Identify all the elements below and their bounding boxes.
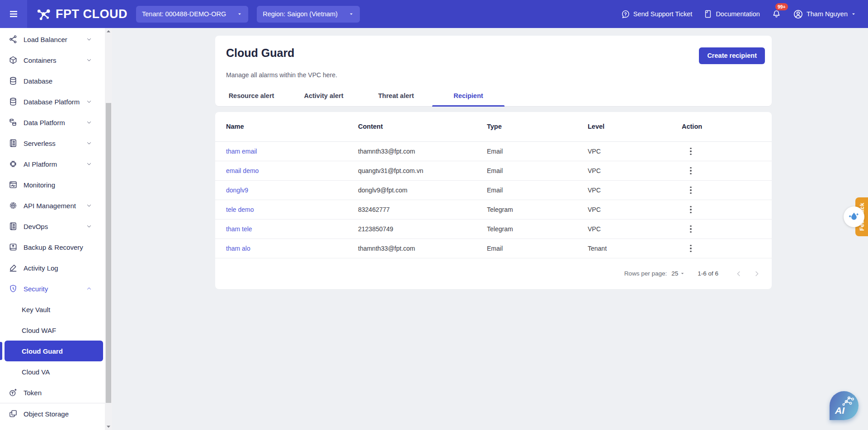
chevron-down-icon [237, 11, 242, 17]
sidebar-item-cloud-guard[interactable]: Cloud Guard [5, 341, 103, 361]
previous-page-button[interactable] [733, 268, 745, 280]
recipient-name-link[interactable]: email demo [226, 167, 358, 174]
menu-button[interactable] [0, 0, 27, 28]
recipient-content: donglv9@fpt.com [358, 187, 487, 194]
support-ticket-label: Send Support Ticket [633, 10, 693, 18]
sidebar-item-object-storage[interactable]: Object Storage [0, 403, 105, 424]
topbar: FPT CLOUD Tenant: 000488-DEMO-ORG Region… [0, 0, 868, 28]
recipient-name-link[interactable]: tele demo [226, 206, 358, 213]
avatar-icon [793, 9, 803, 19]
notifications-button[interactable]: 99+ [771, 8, 782, 20]
table-row: tham tele 2123850749 Telegram VPC [215, 220, 772, 239]
devops-icon [8, 221, 18, 231]
support-chat-icon [621, 9, 630, 19]
recipient-level: VPC [588, 148, 682, 155]
token-icon [8, 388, 18, 397]
tenant-label: Tenant: 000488-DEMO-ORG [142, 10, 226, 18]
brand-logo[interactable]: FPT CLOUD [35, 5, 127, 23]
sidebar-item-backup-recovery[interactable]: Backup & Recovery [0, 237, 105, 257]
page-header-card: Cloud Guard Manage all alarms within the… [215, 36, 772, 107]
sidebar-scrollbar[interactable] [105, 28, 112, 430]
sidebar-item-database[interactable]: Database [0, 70, 105, 91]
chevron-down-icon [84, 221, 94, 231]
tab-threat-alert[interactable]: Threat alert [360, 85, 432, 107]
row-actions-menu-button[interactable] [684, 242, 697, 255]
load-balancer-icon [8, 34, 18, 44]
sidebar: Load BalancerContainersDatabaseDatabase … [0, 28, 112, 430]
recipient-level: VPC [588, 206, 682, 213]
region-dropdown[interactable]: Region: Saigon (Vietnam) [257, 6, 360, 23]
recipient-name-link[interactable]: donglv9 [226, 187, 358, 194]
recipient-content: thamnth33@fpt.com [358, 245, 487, 252]
database-icon [8, 76, 18, 86]
table-header-row: NameContentTypeLevelAction [215, 112, 772, 142]
create-recipient-button[interactable]: Create recipient [699, 47, 765, 64]
data-platform-icon [8, 117, 18, 127]
sidebar-item-serverless[interactable]: Serverless [0, 133, 105, 154]
sidebar-item-devops[interactable]: DevOps [0, 216, 105, 237]
page-title: Cloud Guard [215, 36, 772, 60]
row-actions-menu-button[interactable] [684, 203, 697, 216]
table-row: tele demo 832462777 Telegram VPC [215, 200, 772, 220]
ai-assistant-button[interactable]: AI [830, 391, 859, 420]
sidebar-item-cloud-va[interactable]: Cloud VA [0, 361, 105, 382]
recipient-level: Tenant [588, 245, 682, 252]
recipient-name-link[interactable]: tham alo [226, 245, 358, 252]
sidebar-item-activity-log[interactable]: Activity Log [0, 257, 105, 278]
notification-count-badge: 99+ [775, 3, 788, 10]
main-content: Cloud Guard Manage all alarms within the… [112, 28, 868, 430]
security-icon [8, 284, 18, 294]
user-menu[interactable]: Tham Nguyen [793, 9, 856, 19]
documentation-button[interactable]: Documentation [703, 9, 760, 19]
ai-platform-icon [8, 159, 18, 169]
row-actions-menu-button[interactable] [684, 164, 697, 177]
sidebar-item-containers[interactable]: Containers [0, 50, 105, 70]
sidebar-item-cloud-waf[interactable]: Cloud WAF [0, 320, 105, 341]
scrollbar-thumb[interactable] [106, 103, 111, 403]
scroll-down-arrow-icon[interactable] [105, 424, 112, 430]
chevron-down-icon [84, 97, 94, 107]
monitoring-icon [8, 180, 18, 190]
rows-per-page-value: 25 [671, 270, 678, 277]
recipient-type: Email [487, 148, 588, 155]
sidebar-item-monitoring[interactable]: Monitoring [0, 174, 105, 195]
table-row: email demo quangtv31@fpt.com.vn Email VP… [215, 161, 772, 181]
sidebar-item-database-platform[interactable]: Database Platform [0, 91, 105, 112]
column-header-type: Type [487, 123, 588, 130]
sidebar-item-security[interactable]: Security [0, 278, 105, 299]
row-actions-menu-button[interactable] [684, 223, 697, 235]
feedback-tab[interactable]: Feedback [855, 197, 868, 236]
recipient-content: 832462777 [358, 206, 487, 213]
chevron-down-icon [84, 201, 94, 210]
chevron-down-icon [349, 11, 354, 17]
sidebar-item-load-balancer[interactable]: Load Balancer [0, 29, 105, 50]
sidebar-item-token[interactable]: Token [0, 382, 105, 403]
sidebar-item-api-management[interactable]: API Management [0, 195, 105, 216]
feedback-bubble[interactable] [844, 206, 864, 227]
scroll-up-arrow-icon[interactable] [105, 28, 112, 34]
recipient-table-card: NameContentTypeLevelAction tham email th… [215, 112, 772, 289]
recipient-name-link[interactable]: tham tele [226, 225, 358, 233]
sidebar-item-data-platform[interactable]: Data Platform [0, 112, 105, 133]
recipient-type: Email [487, 187, 588, 194]
recipient-name-link[interactable]: tham email [226, 148, 358, 155]
rows-per-page-select[interactable]: 25 [671, 270, 685, 277]
chevron-up-icon [84, 284, 94, 294]
next-page-button[interactable] [751, 268, 763, 280]
tab-resource-alert[interactable]: Resource alert [215, 85, 288, 107]
table-row: donglv9 donglv9@fpt.com Email VPC [215, 181, 772, 200]
row-actions-menu-button[interactable] [684, 145, 697, 158]
recipient-content: thamnth33@fpt.com [358, 148, 487, 155]
tenant-dropdown[interactable]: Tenant: 000488-DEMO-ORG [136, 6, 248, 23]
tab-activity-alert[interactable]: Activity alert [288, 85, 360, 107]
support-ticket-button[interactable]: Send Support Ticket [621, 9, 693, 19]
sidebar-item-ai-platform[interactable]: AI Platform [0, 154, 105, 174]
table-row: tham email thamnth33@fpt.com Email VPC [215, 142, 772, 161]
tab-recipient[interactable]: Recipient [432, 85, 505, 107]
chevron-down-icon [84, 55, 94, 65]
recipient-type: Email [487, 167, 588, 174]
sidebar-item-key-vault[interactable]: Key Vault [0, 299, 105, 320]
recipient-type: Telegram [487, 225, 588, 233]
recipient-content: 2123850749 [358, 225, 487, 233]
row-actions-menu-button[interactable] [684, 184, 697, 196]
